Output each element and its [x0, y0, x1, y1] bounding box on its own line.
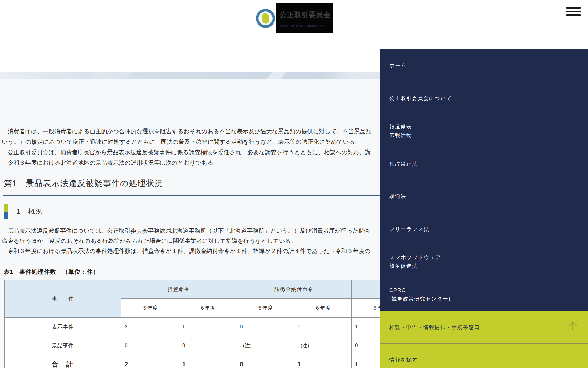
- slide-menu: ホーム 公正取引委員会について 報道発表広報活動 独占禁止法 取適法 フリーラン…: [380, 49, 588, 368]
- cell: 0: [121, 336, 179, 355]
- nav-item-press[interactable]: 報道発表広報活動: [380, 115, 588, 148]
- row-label: 表示事件: [5, 318, 121, 336]
- section-heading: 第1 景品表示法違反被疑事件の処理状況: [4, 178, 163, 189]
- page: 公正取引委員会 Japan Fair Trade Commission 消費者庁…: [0, 0, 588, 368]
- cell: 2: [121, 318, 179, 336]
- nav-item-about[interactable]: 公正取引委員会について: [380, 82, 588, 115]
- column-header-year: ６年度: [179, 299, 236, 318]
- overview-paragraph: 景品表示法違反被疑事件については、公正取引委員会事務総局北海道事務所（以下「北海…: [2, 226, 371, 256]
- paragraph-line: 命令を行うほか、違反のおそれのある行為等がみられた場合には関係事業者に対して指導…: [2, 236, 371, 246]
- paragraph-line: 令和６年度における北海道地区の景品表示法の運用状況等は次のとおりである。: [2, 158, 371, 168]
- nav-item-antimonopoly[interactable]: 独占禁止法: [380, 148, 588, 180]
- cell: 1: [294, 355, 352, 368]
- column-group-surcharge: 課徴金納付命令: [236, 280, 352, 299]
- cell: 1: [294, 318, 352, 336]
- cell: - (注): [236, 336, 294, 355]
- column-header-case: 事 件: [5, 280, 121, 318]
- cell: 0: [236, 318, 294, 336]
- column-header-year: ５年度: [121, 299, 179, 318]
- column-header-year: ６年度: [294, 299, 352, 318]
- cell: - (注): [294, 336, 352, 355]
- logo-text-block: 公正取引委員会 Japan Fair Trade Commission: [276, 3, 333, 33]
- nav-item-consultation[interactable]: 相談・申告・情報提供・手続等窓口: [380, 311, 588, 344]
- nav-item-home[interactable]: ホーム: [380, 49, 588, 82]
- column-header-year: ５年度: [236, 299, 294, 318]
- nav-item-subcontract[interactable]: 取適法: [380, 180, 588, 213]
- nav-item-freelance[interactable]: フリーランス法: [380, 213, 588, 246]
- menu-icon[interactable]: [566, 7, 581, 16]
- row-label: 合 計: [5, 355, 121, 368]
- logo-title-en: Japan Fair Trade Commission: [279, 24, 330, 29]
- cell: 2: [121, 355, 179, 368]
- nav-item-cprc[interactable]: CPRC(競争政策研究センター): [380, 278, 588, 311]
- paragraph-line: 公正取引委員会は、消費者庁長官から景品表示法違反被疑事件に係る調査権限を委任され…: [2, 147, 371, 158]
- logo-title-jp: 公正取引委員会: [279, 10, 330, 20]
- paragraph-line: 令和６年度における景品表示法の事件処理件数は、措置命令が１件、課徴金納付命令が１…: [2, 246, 371, 256]
- paragraph-line: いう。）の規定に基づいて厳正・迅速に対処するとともに、同法の普及・啓発に関する活…: [2, 137, 371, 147]
- cell: 1: [179, 318, 236, 336]
- jftc-emblem-icon: [255, 3, 276, 33]
- back-to-top-button[interactable]: [565, 318, 581, 334]
- cell: 0: [179, 336, 236, 355]
- intro-paragraph: 消費者庁は、一般消費者による自主的かつ合理的な選択を阻害するおそれのある不当な表…: [2, 126, 371, 168]
- table-title: 表1 事件処理件数 （単位：件）: [4, 268, 99, 276]
- cell: 0: [236, 355, 294, 368]
- cell: 1: [179, 355, 236, 368]
- nav-item-search-info[interactable]: 情報を探す: [380, 343, 588, 368]
- arrow-up-icon: [565, 318, 581, 334]
- jftc-logo[interactable]: 公正取引委員会 Japan Fair Trade Commission: [255, 3, 333, 33]
- subsection-heading: 1 概況: [4, 204, 43, 219]
- paragraph-line: 景品表示法違反被疑事件については、公正取引委員会事務総局北海道事務所（以下「北海…: [2, 226, 371, 236]
- paragraph-line: 消費者庁は、一般消費者による自主的かつ合理的な選択を阻害するおそれのある不当な表…: [2, 126, 371, 137]
- section-marker-icon: [4, 204, 8, 219]
- nav-item-smartphone[interactable]: スマホソフトウェア競争促進法: [380, 246, 588, 278]
- row-label: 景品事件: [5, 336, 121, 355]
- subsection-label: 1 概況: [17, 207, 43, 216]
- column-group-order: 措置命令: [121, 280, 236, 299]
